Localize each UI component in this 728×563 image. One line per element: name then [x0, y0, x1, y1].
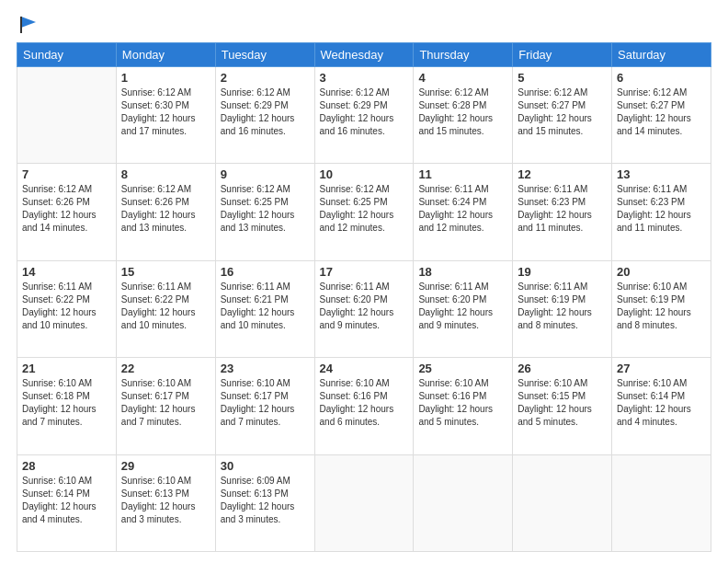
day-info: Sunrise: 6:11 AM Sunset: 6:20 PM Dayligh…: [418, 281, 507, 332]
day-info: Sunrise: 6:11 AM Sunset: 6:22 PM Dayligh…: [121, 281, 210, 332]
day-number: 14: [22, 265, 111, 279]
calendar-cell: 12Sunrise: 6:11 AM Sunset: 6:23 PM Dayli…: [513, 164, 612, 260]
calendar-cell: 22Sunrise: 6:10 AM Sunset: 6:17 PM Dayli…: [116, 358, 215, 454]
calendar-cell: 3Sunrise: 6:12 AM Sunset: 6:29 PM Daylig…: [314, 67, 414, 164]
calendar-cell: 15Sunrise: 6:11 AM Sunset: 6:22 PM Dayli…: [116, 260, 215, 357]
day-info: Sunrise: 6:10 AM Sunset: 6:13 PM Dayligh…: [121, 475, 210, 526]
day-info: Sunrise: 6:12 AM Sunset: 6:29 PM Dayligh…: [221, 86, 310, 138]
day-number: 19: [518, 265, 607, 279]
day-info: Sunrise: 6:12 AM Sunset: 6:29 PM Dayligh…: [320, 86, 409, 138]
day-number: 4: [418, 71, 507, 85]
calendar-cell: 21Sunrise: 6:10 AM Sunset: 6:18 PM Dayli…: [17, 358, 117, 454]
svg-marker-0: [21, 17, 36, 28]
day-info: Sunrise: 6:11 AM Sunset: 6:23 PM Dayligh…: [617, 183, 706, 235]
day-info: Sunrise: 6:10 AM Sunset: 6:14 PM Dayligh…: [22, 475, 111, 526]
calendar-cell: 7Sunrise: 6:12 AM Sunset: 6:26 PM Daylig…: [17, 164, 117, 260]
day-info: Sunrise: 6:11 AM Sunset: 6:22 PM Dayligh…: [22, 281, 111, 332]
weekday-header-wednesday: Wednesday: [314, 43, 414, 67]
calendar-cell: 20Sunrise: 6:10 AM Sunset: 6:19 PM Dayli…: [612, 260, 711, 357]
day-number: 7: [22, 167, 111, 181]
day-number: 27: [617, 362, 706, 375]
calendar-cell: 30Sunrise: 6:09 AM Sunset: 6:13 PM Dayli…: [215, 454, 314, 551]
logo: [17, 17, 38, 33]
day-number: 8: [121, 167, 210, 181]
day-info: Sunrise: 6:10 AM Sunset: 6:15 PM Dayligh…: [518, 377, 607, 429]
weekday-header-friday: Friday: [513, 43, 612, 67]
calendar-cell: 5Sunrise: 6:12 AM Sunset: 6:27 PM Daylig…: [513, 67, 612, 164]
calendar-cell: 19Sunrise: 6:11 AM Sunset: 6:19 PM Dayli…: [513, 260, 612, 357]
calendar-cell: 13Sunrise: 6:11 AM Sunset: 6:23 PM Dayli…: [612, 164, 711, 260]
calendar-cell: [414, 454, 513, 551]
calendar-cell: 11Sunrise: 6:11 AM Sunset: 6:24 PM Dayli…: [414, 164, 513, 260]
day-info: Sunrise: 6:12 AM Sunset: 6:27 PM Dayligh…: [518, 86, 607, 138]
day-info: Sunrise: 6:12 AM Sunset: 6:26 PM Dayligh…: [22, 183, 111, 235]
day-info: Sunrise: 6:11 AM Sunset: 6:20 PM Dayligh…: [320, 281, 409, 332]
calendar-cell: 4Sunrise: 6:12 AM Sunset: 6:28 PM Daylig…: [414, 67, 513, 164]
calendar-table: SundayMondayTuesdayWednesdayThursdayFrid…: [17, 42, 711, 552]
calendar-week-row: 28Sunrise: 6:10 AM Sunset: 6:14 PM Dayli…: [17, 454, 711, 551]
calendar-week-row: 7Sunrise: 6:12 AM Sunset: 6:26 PM Daylig…: [17, 164, 711, 260]
calendar-cell: [513, 454, 612, 551]
day-number: 22: [121, 362, 210, 375]
day-number: 16: [221, 265, 310, 279]
day-info: Sunrise: 6:10 AM Sunset: 6:16 PM Dayligh…: [418, 377, 507, 429]
day-info: Sunrise: 6:12 AM Sunset: 6:26 PM Dayligh…: [121, 183, 210, 235]
calendar-cell: 25Sunrise: 6:10 AM Sunset: 6:16 PM Dayli…: [414, 358, 513, 454]
weekday-header-thursday: Thursday: [414, 43, 513, 67]
day-number: 30: [221, 459, 310, 473]
calendar-cell: 10Sunrise: 6:12 AM Sunset: 6:25 PM Dayli…: [314, 164, 414, 260]
day-info: Sunrise: 6:12 AM Sunset: 6:25 PM Dayligh…: [320, 183, 409, 235]
day-info: Sunrise: 6:11 AM Sunset: 6:24 PM Dayligh…: [418, 183, 507, 235]
day-number: 6: [617, 71, 706, 85]
weekday-header-sunday: Sunday: [17, 43, 117, 67]
day-number: 17: [320, 265, 409, 279]
day-number: 21: [22, 362, 111, 375]
calendar-cell: 24Sunrise: 6:10 AM Sunset: 6:16 PM Dayli…: [314, 358, 414, 454]
day-number: 13: [617, 167, 706, 181]
calendar-cell: 28Sunrise: 6:10 AM Sunset: 6:14 PM Dayli…: [17, 454, 117, 551]
calendar-cell: 26Sunrise: 6:10 AM Sunset: 6:15 PM Dayli…: [513, 358, 612, 454]
calendar-cell: 23Sunrise: 6:10 AM Sunset: 6:17 PM Dayli…: [215, 358, 314, 454]
calendar-cell: [314, 454, 414, 551]
day-number: 3: [320, 71, 409, 85]
day-number: 23: [221, 362, 310, 375]
page: SundayMondayTuesdayWednesdayThursdayFrid…: [0, 0, 728, 563]
calendar-cell: 17Sunrise: 6:11 AM Sunset: 6:20 PM Dayli…: [314, 260, 414, 357]
day-info: Sunrise: 6:12 AM Sunset: 6:27 PM Dayligh…: [617, 86, 706, 138]
day-info: Sunrise: 6:10 AM Sunset: 6:18 PM Dayligh…: [22, 377, 111, 429]
day-info: Sunrise: 6:10 AM Sunset: 6:17 PM Dayligh…: [121, 377, 210, 429]
weekday-header-row: SundayMondayTuesdayWednesdayThursdayFrid…: [17, 43, 711, 67]
weekday-header-monday: Monday: [116, 43, 215, 67]
day-number: 15: [121, 265, 210, 279]
day-number: 11: [418, 167, 507, 181]
day-number: 24: [320, 362, 409, 375]
calendar-cell: 2Sunrise: 6:12 AM Sunset: 6:29 PM Daylig…: [215, 67, 314, 164]
calendar-cell: 18Sunrise: 6:11 AM Sunset: 6:20 PM Dayli…: [414, 260, 513, 357]
day-info: Sunrise: 6:12 AM Sunset: 6:28 PM Dayligh…: [418, 86, 507, 138]
day-info: Sunrise: 6:11 AM Sunset: 6:21 PM Dayligh…: [221, 281, 310, 332]
day-number: 10: [320, 167, 409, 181]
logo-flag-icon: [17, 15, 38, 35]
calendar-cell: 29Sunrise: 6:10 AM Sunset: 6:13 PM Dayli…: [116, 454, 215, 551]
calendar-cell: 1Sunrise: 6:12 AM Sunset: 6:30 PM Daylig…: [116, 67, 215, 164]
day-number: 9: [221, 167, 310, 181]
day-number: 12: [518, 167, 607, 181]
day-number: 28: [22, 459, 111, 473]
calendar-cell: 27Sunrise: 6:10 AM Sunset: 6:14 PM Dayli…: [612, 358, 711, 454]
day-info: Sunrise: 6:12 AM Sunset: 6:25 PM Dayligh…: [221, 183, 310, 235]
calendar-cell: 9Sunrise: 6:12 AM Sunset: 6:25 PM Daylig…: [215, 164, 314, 260]
calendar-cell: 14Sunrise: 6:11 AM Sunset: 6:22 PM Dayli…: [17, 260, 117, 357]
weekday-header-tuesday: Tuesday: [215, 43, 314, 67]
day-info: Sunrise: 6:09 AM Sunset: 6:13 PM Dayligh…: [221, 475, 310, 526]
day-info: Sunrise: 6:10 AM Sunset: 6:16 PM Dayligh…: [320, 377, 409, 429]
calendar-cell: [612, 454, 711, 551]
day-number: 26: [518, 362, 607, 375]
day-info: Sunrise: 6:10 AM Sunset: 6:14 PM Dayligh…: [617, 377, 706, 429]
day-number: 1: [121, 71, 210, 85]
day-info: Sunrise: 6:11 AM Sunset: 6:23 PM Dayligh…: [518, 183, 607, 235]
header: [17, 17, 711, 33]
day-info: Sunrise: 6:10 AM Sunset: 6:17 PM Dayligh…: [221, 377, 310, 429]
day-info: Sunrise: 6:10 AM Sunset: 6:19 PM Dayligh…: [617, 281, 706, 332]
day-number: 2: [221, 71, 310, 85]
day-number: 25: [418, 362, 507, 375]
